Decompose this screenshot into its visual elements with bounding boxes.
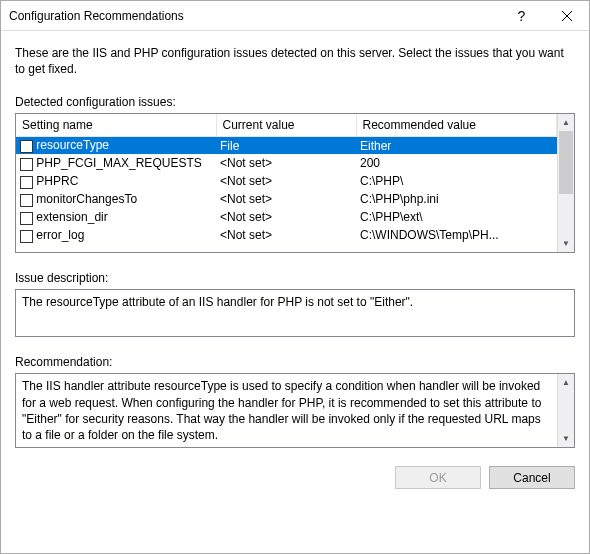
close-button[interactable] [544,1,589,30]
recommendation-scrollbar[interactable]: ▲ ▼ [557,374,574,447]
row-checkbox[interactable] [20,230,33,243]
scroll-up-icon[interactable]: ▲ [558,374,574,391]
recommendation-label: Recommendation: [15,355,575,369]
col-setting[interactable]: Setting name [16,114,216,136]
table-row[interactable]: PHPRC<Not set>C:\PHP\ [16,172,557,190]
col-recommended[interactable]: Recommended value [356,114,557,136]
help-button[interactable]: ? [499,1,544,30]
table-row[interactable]: monitorChangesTo<Not set>C:\PHP\php.ini [16,190,557,208]
scroll-down-icon[interactable]: ▼ [558,430,574,447]
row-setting: resourceType [36,138,109,152]
row-recommended: C:\PHP\ext\ [356,208,557,226]
row-checkbox[interactable] [20,212,33,225]
row-checkbox[interactable] [20,140,33,153]
table-row[interactable]: PHP_FCGI_MAX_REQUESTS<Not set>200 [16,154,557,172]
row-current: <Not set> [216,208,356,226]
recommendation-box: The IIS handler attribute resourceType i… [15,373,575,448]
description-box: The resourceType attribute of an IIS han… [15,289,575,337]
row-checkbox[interactable] [20,176,33,189]
row-setting: error_log [36,228,84,242]
row-current: <Not set> [216,226,356,244]
recommendation-text: The IIS handler attribute resourceType i… [16,374,557,447]
cancel-button[interactable]: Cancel [489,466,575,489]
row-setting: PHP_FCGI_MAX_REQUESTS [36,156,201,170]
row-checkbox[interactable] [20,194,33,207]
table-header-row: Setting name Current value Recommended v… [16,114,557,136]
row-current: <Not set> [216,154,356,172]
issues-label: Detected configuration issues: [15,95,575,109]
row-current: <Not set> [216,172,356,190]
row-recommended: C:\PHP\php.ini [356,190,557,208]
col-current[interactable]: Current value [216,114,356,136]
table-row[interactable]: resourceTypeFileEither [16,136,557,154]
row-setting: monitorChangesTo [36,192,137,206]
titlebar: Configuration Recommendations ? [1,1,589,31]
scroll-up-icon[interactable]: ▲ [558,114,574,131]
row-current: <Not set> [216,190,356,208]
row-recommended: C:\PHP\ [356,172,557,190]
row-recommended: 200 [356,154,557,172]
table-row[interactable]: extension_dir<Not set>C:\PHP\ext\ [16,208,557,226]
row-checkbox[interactable] [20,158,33,171]
intro-text: These are the IIS and PHP configuration … [15,45,575,77]
description-label: Issue description: [15,271,575,285]
scroll-down-icon[interactable]: ▼ [558,235,574,252]
row-recommended: Either [356,136,557,154]
scroll-thumb[interactable] [559,131,573,193]
row-recommended: C:\WINDOWS\Temp\PH... [356,226,557,244]
row-setting: PHPRC [36,174,78,188]
ok-button[interactable]: OK [395,466,481,489]
row-current: File [216,136,356,154]
row-setting: extension_dir [36,210,107,224]
table-row[interactable]: error_log<Not set>C:\WINDOWS\Temp\PH... [16,226,557,244]
close-icon [562,11,572,21]
issues-table: Setting name Current value Recommended v… [15,113,575,253]
window-title: Configuration Recommendations [9,9,499,23]
table-scrollbar[interactable]: ▲ ▼ [557,114,574,252]
